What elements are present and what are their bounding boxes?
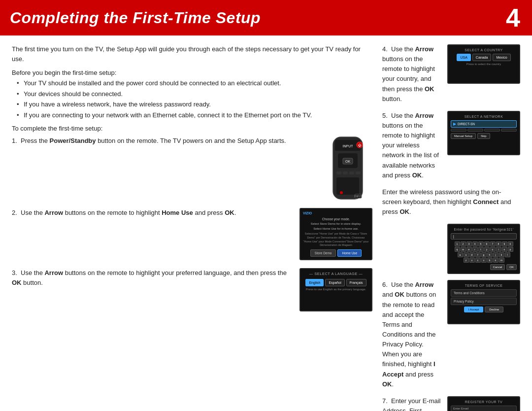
list-item: If you are connecting to your network wi…	[17, 110, 372, 120]
svg-text:⏻: ⏻	[358, 143, 362, 147]
step-4-block: 4. Use the Arrow buttons on the remote t…	[382, 44, 520, 104]
english-button[interactable]: English	[305, 279, 324, 286]
terms-screen: TERMS OF SERVICE Terms and Conditions Pr…	[447, 280, 520, 324]
step-6-block: 6. Use the Arrow and OK buttons on the r…	[382, 280, 520, 389]
step-4-text: 4. Use the Arrow buttons on the remote t…	[382, 44, 441, 104]
wifi-icon: ▶	[453, 122, 456, 126]
wireless-password-text: Enter the wireless password using the on…	[382, 187, 520, 217]
vizio-logo: VIZIO	[303, 211, 312, 215]
list-item: Your TV should be installed and the powe…	[17, 78, 372, 88]
step-5-block: 5. Use the Arrow buttons on the remote t…	[382, 111, 520, 180]
left-column: The first time you turn on the TV, the S…	[12, 44, 372, 411]
cancel-button[interactable]: Cancel	[490, 264, 505, 270]
manual-setup-btn[interactable]: Manual Setup	[451, 133, 476, 139]
remote-svg: INPUT ⏻ OK	[324, 136, 371, 200]
home-use-button[interactable]: Home Use	[337, 249, 362, 257]
privacy-policy-item: Privacy Policy	[451, 298, 517, 305]
network-title: SELECT A NETWORK	[451, 115, 517, 118]
usa-button[interactable]: USA	[457, 54, 470, 61]
network-direct-sn: ▶ DIRECT-SN	[451, 120, 517, 128]
i-accept-button[interactable]: I Accept	[464, 307, 483, 312]
svg-text:OK: OK	[345, 160, 350, 163]
home-use-buttons: Store Demo Home Use	[303, 249, 369, 257]
intro-paragraph: The first time you turn on the TV, the S…	[12, 44, 372, 64]
kbd-row-1: 1234567890	[451, 241, 517, 246]
step-1-text: 1. Press the Power/Standby button on the…	[12, 136, 316, 146]
page-title: Completing the First-Time Setup	[10, 9, 261, 27]
page-number-header: 4	[506, 5, 520, 31]
prerequisite-list: Your TV should be installed and the powe…	[17, 78, 372, 120]
register-screen: REGISTER YOUR TV Enter Email 1234567890 …	[447, 396, 520, 411]
step-6-text: 6. Use the Arrow and OK buttons on the r…	[382, 280, 441, 389]
ok-button[interactable]: OK	[506, 264, 517, 270]
email-input-display: Enter Email	[451, 406, 517, 411]
keyboard-screen-container: Enter the password for 'Netgear321' | 12…	[382, 224, 520, 274]
kbd-row-2: qwertyuiop	[451, 247, 517, 252]
svg-text:INPUT: INPUT	[343, 144, 354, 148]
step-7-block: 7. Enter your E-mail Address, First Name…	[382, 396, 520, 411]
register-title: REGISTER YOUR TV	[451, 400, 517, 404]
keyboard-screen: Enter the password for 'Netgear321' | 12…	[447, 224, 520, 274]
step-7-text: 7. Enter your E-mail Address, First Name…	[382, 396, 441, 411]
step-2-block: 2. Use the Arrow buttons on the remote t…	[12, 208, 372, 260]
terms-title: TERMS OF SERVICE	[451, 284, 517, 287]
to-complete-label: To complete the first-time setup:	[12, 125, 372, 132]
step-3-text: 3. Use the Arrow buttons on the remote t…	[12, 268, 293, 288]
francais-button[interactable]: Français	[346, 279, 366, 286]
language-footer: Press to use English as the primary lang…	[303, 288, 369, 291]
language-screen: — SELECT A LANGUAGE — English Español Fr…	[299, 268, 372, 311]
country-footer: Press to select the country	[451, 63, 517, 66]
skip-btn[interactable]: Skip	[477, 133, 490, 139]
step-5-text: 5. Use the Arrow buttons on the remote t…	[382, 111, 441, 180]
decline-button[interactable]: Decline	[485, 307, 503, 312]
home-use-multilang: Seleccione "Home Use" por Modo de Casa o…	[303, 232, 369, 247]
language-buttons: English Español Français	[303, 279, 369, 286]
main-content: The first time you turn on the TV, the S…	[0, 35, 532, 411]
step-3-block: 3. Use the Arrow buttons on the remote t…	[12, 268, 372, 311]
home-use-prompt: Choose your mode. Select Store Demo for …	[303, 217, 369, 231]
remote-image-container: INPUT ⏻ OK	[323, 136, 372, 200]
kbd-row-4: zxcvbnm	[451, 258, 517, 263]
store-demo-button[interactable]: Store Demo	[310, 249, 336, 257]
step-2-text: 2. Use the Arrow buttons on the remote t…	[12, 208, 293, 218]
canada-button[interactable]: Canada	[472, 54, 492, 61]
list-item: If you have a wireless network, have the…	[17, 100, 372, 109]
keyboard-title: Enter the password for 'Netgear321'	[451, 228, 517, 231]
svg-rect-12	[336, 177, 359, 195]
terms-buttons: I Accept Decline	[451, 307, 517, 312]
kbd-row-3: asdfghjkl	[451, 252, 517, 257]
svg-text:INFO: INFO	[355, 195, 362, 198]
country-buttons: USA Canada Mexico	[451, 54, 517, 61]
svg-rect-8	[336, 171, 341, 174]
country-title: SELECT A COUNTRY	[451, 48, 517, 52]
espanol-button[interactable]: Español	[325, 279, 344, 286]
list-item: Your devices should be connected.	[17, 89, 372, 99]
network-others-row	[451, 129, 517, 132]
terms-conditions-item: Terms and Conditions	[451, 289, 517, 297]
before-label: Before you begin the first-time setup:	[12, 69, 372, 76]
network-screen: SELECT A NETWORK ▶ DIRECT-SN Manual Setu…	[447, 111, 520, 155]
country-screen: SELECT A COUNTRY USA Canada Mexico Press…	[447, 44, 520, 84]
step-1-block: 1. Press the Power/Standby button on the…	[12, 136, 372, 200]
svg-point-15	[340, 191, 343, 194]
svg-rect-9	[343, 171, 348, 174]
home-use-screen: VIZIO Choose your mode. Select Store Dem…	[299, 208, 372, 260]
page-header: Completing the First-Time Setup 4	[0, 0, 532, 35]
right-column: 4. Use the Arrow buttons on the remote t…	[382, 44, 520, 411]
svg-rect-10	[349, 171, 354, 174]
language-title: — SELECT A LANGUAGE —	[303, 272, 369, 276]
svg-rect-11	[356, 171, 361, 174]
keyboard-actions: Cancel OK	[451, 264, 517, 270]
mexico-button[interactable]: Mexico	[493, 54, 510, 61]
password-input[interactable]: |	[451, 233, 517, 240]
